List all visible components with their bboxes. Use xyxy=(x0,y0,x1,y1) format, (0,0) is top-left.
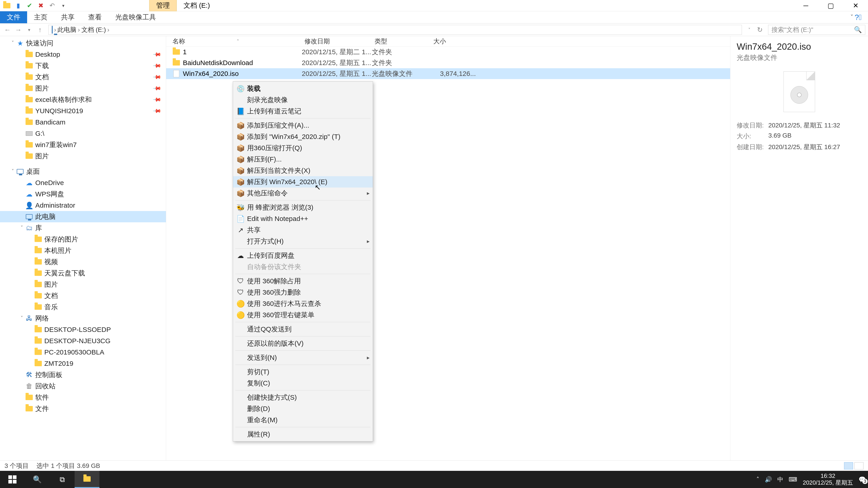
search-icon[interactable]: 🔍 xyxy=(854,26,862,33)
tree-item[interactable]: 本机照片 xyxy=(0,245,166,256)
menu-item[interactable]: 🛡使用 360解除占用 xyxy=(233,275,373,287)
menu-item[interactable]: 删除(D) xyxy=(233,403,373,414)
menu-item[interactable]: 属性(R) xyxy=(233,429,373,440)
tree-item[interactable]: ZMT2019 xyxy=(0,358,166,369)
tree-item[interactable]: 天翼云盘下载 xyxy=(0,267,166,279)
file-row[interactable]: Win7x64_2020.iso2020/12/25, 星期五 1...光盘映像… xyxy=(166,68,730,79)
menu-item[interactable]: 📦添加到压缩文件(A)... xyxy=(233,120,373,131)
chevron-right-icon[interactable]: › xyxy=(54,26,56,33)
ribbon-tab-share[interactable]: 共享 xyxy=(54,11,81,23)
nav-up-button[interactable]: ↑ xyxy=(35,25,45,35)
tray-overflow-icon[interactable]: ˄ xyxy=(756,476,759,483)
menu-item[interactable]: ↗共享 xyxy=(233,224,373,236)
ribbon-tab-disc-tools[interactable]: 光盘映像工具 xyxy=(108,11,163,23)
tree-item[interactable]: 🗑回收站 xyxy=(0,381,166,392)
minimize-button[interactable]: ─ xyxy=(794,0,818,11)
column-header-date[interactable]: 修改日期 xyxy=(302,37,372,46)
menu-item[interactable]: 打开方式(H)▸ xyxy=(233,236,373,247)
tree-item[interactable]: ˅🖧网络 xyxy=(0,313,166,324)
contextual-tab[interactable]: 管理 xyxy=(149,0,177,11)
tree-item[interactable]: 图片📌 xyxy=(0,83,166,94)
menu-item[interactable]: 剪切(T) xyxy=(233,366,373,378)
tree-item[interactable]: DESKTOP-NJEU3CG xyxy=(0,335,166,347)
menu-item[interactable]: 刻录光盘映像 xyxy=(233,94,373,105)
menu-item[interactable]: ☁上传到百度网盘 xyxy=(233,250,373,261)
ribbon-expand-icon[interactable]: ˅ xyxy=(850,14,853,21)
menu-item[interactable]: 🟡使用 360进行木马云查杀 xyxy=(233,298,373,309)
menu-item[interactable]: 📦解压到(F)... xyxy=(233,154,373,165)
tree-item[interactable]: G:\ xyxy=(0,128,166,139)
view-icons-button[interactable] xyxy=(855,462,864,469)
address-history-dropdown[interactable]: ˅ xyxy=(745,25,754,35)
tree-item[interactable]: 文档 xyxy=(0,290,166,301)
tree-item[interactable]: win7重装win7 xyxy=(0,139,166,151)
address-bar[interactable]: › 此电脑 › 文档 (E:) › xyxy=(49,25,742,35)
menu-item[interactable]: 📦其他压缩命令▸ xyxy=(233,188,373,199)
menu-item[interactable]: 重命名(M) xyxy=(233,414,373,426)
tree-item[interactable]: excel表格制作求和📌 xyxy=(0,94,166,105)
tree-item[interactable]: ˅🗂库 xyxy=(0,222,166,234)
tree-item[interactable]: 软件 xyxy=(0,392,166,403)
menu-item[interactable]: 创建快捷方式(S) xyxy=(233,392,373,403)
menu-item[interactable]: 📦添加到 "Win7x64_2020.zip" (T) xyxy=(233,131,373,142)
action-center-icon[interactable]: 💬3 xyxy=(859,476,866,483)
qat-delete-icon[interactable]: ✖ xyxy=(36,1,45,10)
breadcrumb[interactable]: 此电脑 xyxy=(57,26,76,34)
nav-forward-button[interactable]: → xyxy=(13,25,23,35)
tree-item[interactable]: 文件 xyxy=(0,403,166,414)
ime-indicator[interactable]: 中 xyxy=(777,476,783,484)
tree-item[interactable]: ☁WPS网盘 xyxy=(0,188,166,200)
menu-item[interactable]: 通过QQ发送到 xyxy=(233,324,373,335)
column-header-type[interactable]: 类型 xyxy=(372,37,431,46)
tree-quick-access[interactable]: ˅★快速访问 xyxy=(0,37,166,49)
ribbon-tab-home[interactable]: 主页 xyxy=(27,11,54,23)
keyboard-icon[interactable]: ⌨ xyxy=(789,476,797,483)
tree-item[interactable]: 视频 xyxy=(0,256,166,267)
view-details-button[interactable] xyxy=(844,462,853,469)
task-view-button[interactable]: ⧉ xyxy=(50,471,74,488)
menu-item[interactable]: 📦用360压缩打开(Q) xyxy=(233,142,373,154)
refresh-icon[interactable]: ↻ xyxy=(755,25,765,35)
tree-item[interactable]: YUNQISHI2019📌 xyxy=(0,105,166,117)
menu-item[interactable]: 发送到(N)▸ xyxy=(233,352,373,363)
menu-item[interactable]: 🛡使用 360强力删除 xyxy=(233,287,373,298)
tree-item[interactable]: 🛠控制面板 xyxy=(0,369,166,381)
tree-item[interactable]: 文档📌 xyxy=(0,71,166,83)
menu-item[interactable]: 🐝用 蜂蜜浏览器 浏览(3) xyxy=(233,202,373,213)
ribbon-file[interactable]: 文件 xyxy=(0,11,27,23)
tree-item[interactable]: ☁OneDrive xyxy=(0,177,166,188)
volume-icon[interactable]: 🔊 xyxy=(765,476,772,483)
context-menu[interactable]: 💿装载刻录光盘映像📘上传到有道云笔记📦添加到压缩文件(A)...📦添加到 "Wi… xyxy=(233,81,373,442)
qat-check-icon[interactable]: ✔ xyxy=(25,1,34,10)
close-button[interactable]: ✕ xyxy=(843,0,868,11)
menu-item[interactable]: 📘上传到有道云笔记 xyxy=(233,105,373,117)
tree-item[interactable]: PC-20190530OBLA xyxy=(0,347,166,358)
nav-recent-dropdown[interactable]: ▾ xyxy=(24,25,34,35)
file-row[interactable]: 12020/12/15, 星期二 1...文件夹 xyxy=(166,46,730,57)
nav-back-button[interactable]: ← xyxy=(3,25,12,35)
qat-undo-icon[interactable]: ↶ xyxy=(48,1,57,10)
tree-item[interactable]: 音乐 xyxy=(0,301,166,313)
menu-item[interactable]: 复制(C) xyxy=(233,378,373,389)
search-input[interactable]: 搜索"文档 (E:)" 🔍 xyxy=(768,25,865,35)
qat-item[interactable]: ▮ xyxy=(13,1,23,10)
file-row[interactable]: BaiduNetdiskDownload2020/12/25, 星期五 1...… xyxy=(166,57,730,68)
tree-item[interactable]: 下载📌 xyxy=(0,60,166,71)
taskbar-search-button[interactable]: 🔍 xyxy=(25,471,50,488)
tree-item[interactable]: 图片 xyxy=(0,279,166,290)
ribbon-tab-view[interactable]: 查看 xyxy=(81,11,108,23)
help-icon[interactable]: ?⃝ xyxy=(855,13,862,22)
tree-item[interactable]: 👤Administrator xyxy=(0,200,166,211)
menu-item[interactable]: 📦解压到 Win7x64_2020\ (E) xyxy=(233,176,373,188)
chevron-right-icon[interactable]: › xyxy=(78,26,80,33)
navigation-tree[interactable]: ˅★快速访问Desktop📌下载📌文档📌图片📌excel表格制作求和📌YUNQI… xyxy=(0,36,166,460)
tree-desktop[interactable]: ˅桌面 xyxy=(0,166,166,177)
menu-item[interactable]: 📄Edit with Notepad++ xyxy=(233,213,373,224)
tree-item[interactable]: 图片 xyxy=(0,151,166,162)
chevron-right-icon[interactable]: › xyxy=(107,26,110,33)
breadcrumb[interactable]: 文档 (E:) xyxy=(81,26,106,34)
column-header-name[interactable]: 名称 ˄ xyxy=(166,37,302,46)
tray-clock[interactable]: 16:322020/12/25, 星期五 xyxy=(803,473,853,486)
menu-item[interactable]: 📦解压到当前文件夹(X) xyxy=(233,165,373,176)
tree-item[interactable]: Bandicam xyxy=(0,117,166,128)
